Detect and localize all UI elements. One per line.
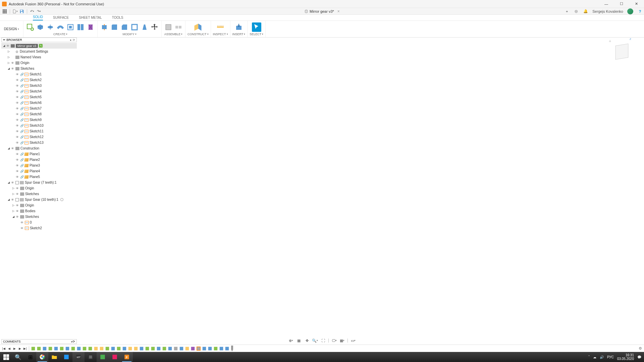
timeline-feature-sketch[interactable] [105, 346, 110, 351]
tree-spur-gear-7[interactable]: ◢👁Spur Gear (7 teeth):1 [1, 180, 77, 185]
tree-sketch-item[interactable]: 👁🔗Sketch13 [1, 140, 77, 145]
tree-sketch-item[interactable]: 👁🔗Sketch1 [1, 71, 77, 77]
timeline-settings-button[interactable]: ⚙ [639, 346, 642, 351]
grid-settings-button[interactable]: ▦▾ [339, 338, 345, 343]
home-view-icon[interactable]: ⌂ [609, 39, 611, 43]
tree-sketch-item[interactable]: 👁🔗Sketch7 [1, 106, 77, 111]
timeline-feature-plane[interactable] [184, 346, 190, 351]
tree-sub-sketch2[interactable]: 👁Sketch2 [1, 225, 77, 231]
tray-notifications-icon[interactable]: 💬 [637, 355, 641, 359]
tray-overflow[interactable]: ˆ [589, 355, 590, 359]
tree-plane-item[interactable]: 👁🔗Plane3 [1, 163, 77, 168]
timeline-feature-plane[interactable] [93, 346, 99, 351]
timeline-play-button[interactable]: ▶ [12, 346, 17, 351]
timeline-feature-extrude[interactable] [202, 346, 207, 351]
redo-button[interactable]: ↷▾ [36, 9, 42, 14]
tree-sketch-item[interactable]: 👁🔗Sketch6 [1, 100, 77, 106]
timeline-next-button[interactable]: ▶ [17, 346, 22, 351]
timeline-feature-sketch[interactable] [36, 346, 42, 351]
timeline-feature-extrude[interactable] [139, 346, 144, 351]
insert-button[interactable] [234, 22, 244, 32]
timeline-feature-sketch[interactable] [213, 346, 218, 351]
taskbar-app-dark1[interactable]: s07 [72, 352, 85, 362]
timeline-feature-extrude[interactable] [167, 346, 173, 351]
tree-origin[interactable]: ▷👁Origin [1, 60, 77, 66]
timeline-feature-sketch[interactable] [88, 346, 93, 351]
data-panel-button[interactable] [2, 9, 7, 14]
taskbar-taskview[interactable]: ⊞ [24, 352, 36, 362]
pan-button[interactable]: ✥ [304, 338, 310, 343]
timeline-feature-extrude[interactable] [53, 346, 59, 351]
timeline-feature-sketch[interactable] [150, 346, 156, 351]
move-button[interactable] [150, 22, 159, 32]
tree-sketch-item[interactable]: 👁🔗Sketch2 [1, 77, 77, 83]
timeline-feature-comp[interactable] [173, 346, 178, 351]
extensions-button[interactable]: ◎ [574, 9, 579, 14]
sweep-button[interactable] [56, 22, 65, 32]
browser-pin-icon[interactable]: ● [70, 39, 71, 42]
timeline-feature-sketch[interactable] [116, 346, 121, 351]
tab-solid[interactable]: SOLID [33, 14, 43, 20]
browser-options-icon[interactable]: ⟳ [73, 39, 75, 42]
tray-clock[interactable]: 16:31 03.05.2020 [617, 353, 634, 361]
chamfer-button[interactable] [120, 22, 129, 32]
timeline-feature-mirror[interactable] [190, 346, 196, 351]
timeline-feature-extrude[interactable] [122, 346, 127, 351]
measure-button[interactable] [216, 22, 225, 32]
zoom-button[interactable]: 🔍▾ [312, 338, 318, 343]
timeline-feature-sketch[interactable] [48, 346, 53, 351]
taskbar-explorer[interactable] [48, 352, 60, 362]
timeline-feature-sketch[interactable] [59, 346, 64, 351]
help-button[interactable]: ? [637, 9, 643, 14]
tree-plane-item[interactable]: 👁🔗Plane4 [1, 168, 77, 174]
timeline-feature-sketch[interactable] [145, 346, 150, 351]
tab-surface[interactable]: SURFACE [53, 15, 69, 20]
timeline-feature-extrude[interactable] [156, 346, 161, 351]
timeline-feature-extrude[interactable] [224, 346, 230, 351]
tree-plane-item[interactable]: 👁🔗Plane5 [1, 174, 77, 180]
tray-cloud-icon[interactable]: ☁ [593, 355, 596, 359]
browser-panel-header[interactable]: •• BROWSER ● ⟳ [1, 38, 77, 42]
display-settings-button[interactable]: 🖵▾ [331, 338, 337, 343]
tree-comp7-sketches[interactable]: ▷👁Sketches [1, 191, 77, 197]
timeline-feature-sketch[interactable] [70, 346, 76, 351]
tree-plane-item[interactable]: 👁🔗Plane1 [1, 151, 77, 157]
tree-sketches[interactable]: ◢👁Sketches [1, 66, 77, 71]
viewcube-cube[interactable] [615, 44, 629, 60]
viewport-layout-button[interactable]: ▭▾ [351, 338, 356, 343]
taskbar-app-pink[interactable] [109, 352, 121, 362]
taskbar-app-dark2[interactable] [85, 352, 97, 362]
tray-volume-icon[interactable]: 🔊 [600, 355, 604, 359]
create-form-button[interactable] [86, 22, 95, 32]
tree-root[interactable]: ◢👁 Mirror gear v3 ✎ [1, 43, 77, 49]
tree-sketch-item[interactable]: 👁🔗Sketch8 [1, 111, 77, 117]
tab-tools[interactable]: TOOLS [112, 15, 123, 20]
timeline-feature-plane[interactable] [99, 346, 104, 351]
construct-plane-button[interactable] [193, 22, 203, 32]
timeline-feature-extrude[interactable] [42, 346, 47, 351]
document-tab-close[interactable]: × [337, 9, 340, 14]
tray-language[interactable]: РУС [607, 355, 614, 359]
tree-sub-zero[interactable]: 👁0 [1, 220, 77, 225]
taskbar-search[interactable]: 🔍 [12, 352, 24, 362]
orbit-button[interactable]: ⊕▾ [288, 338, 293, 343]
fit-button[interactable]: ⛶ [320, 338, 326, 343]
user-name[interactable]: Sergejs Kovalenko [592, 9, 623, 13]
start-button[interactable] [0, 352, 12, 362]
comments-panel-header[interactable]: COMMENTS ● ⟳ [1, 339, 77, 344]
comments-options-icon[interactable]: ⟳ [72, 340, 75, 343]
taskbar-fusion[interactable]: F [121, 352, 133, 362]
file-menu-button[interactable]: ▾ [12, 9, 18, 14]
taskbar-chrome[interactable] [36, 352, 48, 362]
workspace-selector[interactable]: DESIGN▾ [0, 21, 23, 37]
rib-button[interactable] [76, 22, 85, 32]
tree-sketch-item[interactable]: 👁🔗Sketch9 [1, 117, 77, 123]
timeline-feature-extrude[interactable] [76, 346, 82, 351]
new-tab-button[interactable]: + [564, 9, 570, 14]
extrude-button[interactable] [36, 22, 45, 32]
press-pull-button[interactable] [100, 22, 109, 32]
draft-button[interactable] [140, 22, 149, 32]
taskbar-app-blue[interactable] [60, 352, 72, 362]
timeline-prev-button[interactable]: ◀ [7, 346, 11, 351]
tab-sheet-metal[interactable]: SHEET METAL [79, 15, 102, 20]
